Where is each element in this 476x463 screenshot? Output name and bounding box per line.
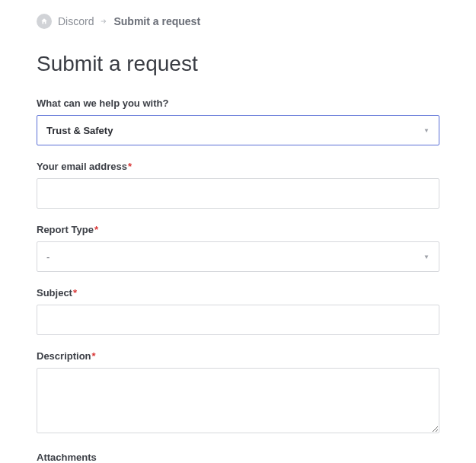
email-label: Your email address* <box>37 161 439 172</box>
field-report-type: Report Type* - ▼ <box>37 224 439 272</box>
help-with-label: What can we help you with? <box>37 97 439 109</box>
help-with-value: Trust & Safety <box>46 125 113 136</box>
home-icon[interactable] <box>37 14 52 29</box>
caret-down-icon: ▼ <box>423 254 430 260</box>
field-email: Your email address* <box>37 161 439 209</box>
help-with-select[interactable]: Trust & Safety ▼ <box>37 115 439 145</box>
attachments-label: Attachments <box>37 452 439 463</box>
page-title: Submit a request <box>37 52 439 76</box>
required-marker: * <box>128 161 132 172</box>
report-type-value: - <box>46 251 50 263</box>
field-attachments: Attachments Add file or drop files here <box>37 452 439 463</box>
report-type-label: Report Type* <box>37 224 439 235</box>
required-marker: * <box>94 224 98 235</box>
description-label-text: Description <box>37 350 91 362</box>
field-description: Description* <box>37 350 439 436</box>
description-label: Description* <box>37 350 439 362</box>
breadcrumb-discord-link[interactable]: Discord <box>58 15 94 27</box>
subject-label: Subject* <box>37 287 439 299</box>
report-type-label-text: Report Type <box>37 224 94 235</box>
required-marker: * <box>73 287 77 299</box>
breadcrumb-current: Submit a request <box>113 15 200 27</box>
field-help-with: What can we help you with? Trust & Safet… <box>37 97 439 145</box>
description-textarea[interactable] <box>37 368 439 433</box>
report-type-select[interactable]: - ▼ <box>37 241 439 272</box>
required-marker: * <box>92 350 96 362</box>
field-subject: Subject* <box>37 287 439 335</box>
caret-down-icon: ▼ <box>423 127 430 134</box>
breadcrumb: Discord Submit a request <box>37 14 439 29</box>
email-input[interactable] <box>37 178 439 209</box>
email-label-text: Your email address <box>37 161 127 172</box>
attachments-label-text: Attachments <box>37 452 97 463</box>
help-with-label-text: What can we help you with? <box>37 97 168 109</box>
subject-input[interactable] <box>37 305 439 335</box>
arrow-right-icon <box>100 18 107 25</box>
subject-label-text: Subject <box>37 287 72 299</box>
